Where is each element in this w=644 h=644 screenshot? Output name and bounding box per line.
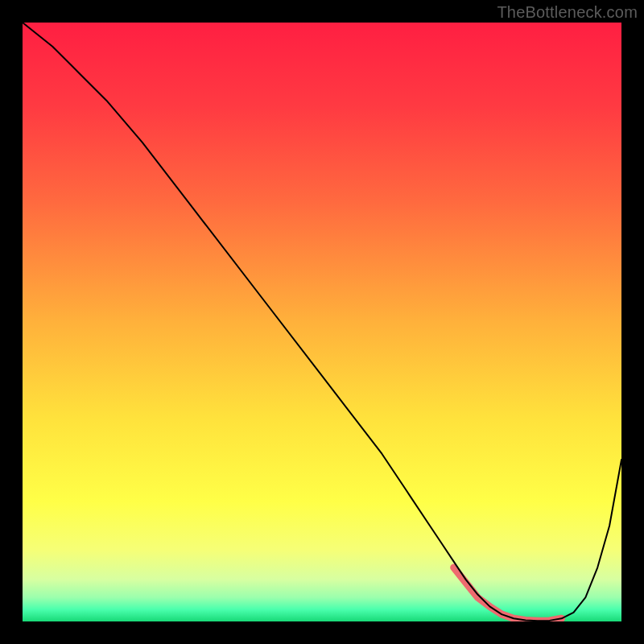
chart-background: [23, 23, 621, 621]
watermark-text: TheBottleneck.com: [497, 3, 638, 22]
chart-frame: TheBottleneck.com: [0, 0, 644, 644]
chart-plot-area: [23, 23, 621, 621]
chart-svg: [23, 23, 621, 621]
